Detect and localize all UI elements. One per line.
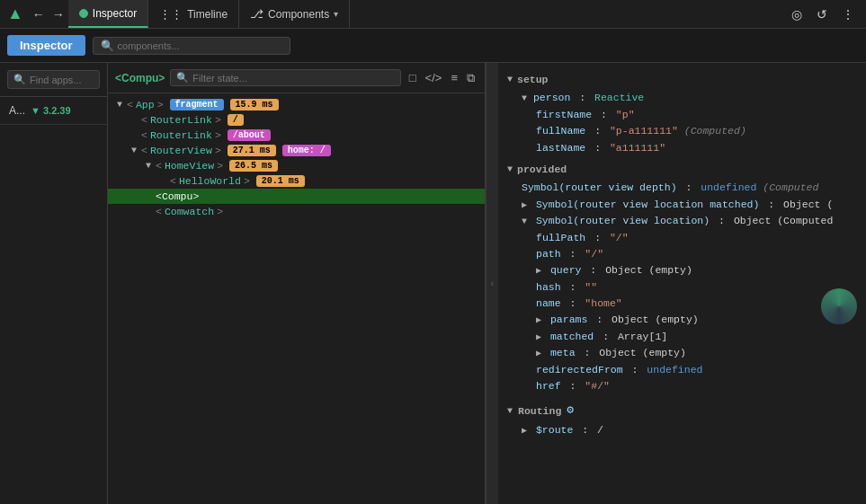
tab-inspector[interactable]: Inspector — [68, 0, 148, 28]
inspector-search-input[interactable] — [118, 40, 244, 51]
component-tree-content: ▼ < App > fragment 15.9 ms < RouterLink … — [108, 93, 485, 504]
routerview-home-badge: home: / — [282, 145, 331, 156]
href-row: href : "#/" — [507, 378, 857, 394]
component-filter[interactable]: 🔍 — [170, 69, 400, 86]
meta-value: Object (empty) — [599, 347, 686, 358]
refresh-icon-button[interactable]: ↺ — [812, 5, 832, 23]
inspector-search[interactable]: 🔍 — [93, 37, 290, 55]
routing-cog-icon: ⚙ — [567, 402, 574, 420]
components-tab-label: Components — [268, 8, 329, 21]
matched-key: matched — [550, 331, 594, 342]
sroute-row: ▶ $route : / — [507, 422, 857, 438]
tree-node-routerlink1[interactable]: < RouterLink > / — [108, 112, 485, 128]
search-icon: 🔍 — [101, 40, 114, 52]
tree-node-compu[interactable]: <Compu> — [108, 189, 485, 204]
app-search-icon: 🔍 — [13, 74, 26, 85]
matched-row: ▶ matched : Array[1] — [507, 329, 857, 345]
tab-components[interactable]: ⎇ Components ▾ — [239, 0, 350, 28]
component-tag-label: <Compu> — [115, 72, 165, 84]
component-tree-header: <Compu> 🔍 □ </> ≡ ⧉ — [108, 63, 485, 93]
tree-node-routerlink2[interactable]: < RouterLink > /about — [108, 128, 485, 143]
hash-key: hash — [536, 281, 561, 293]
symbol-location-key: Symbol(router view location) — [536, 215, 710, 226]
symbol-depth-row: Symbol(router view depth) : undefined (C… — [507, 180, 857, 196]
provided-expand-arrow: ▼ — [507, 163, 513, 177]
timeline-tab-icon: ⋮⋮ — [159, 7, 183, 21]
app-tag: App — [136, 99, 155, 111]
symbol-location-expand[interactable]: ▼ — [522, 217, 527, 226]
comp-header-icons: □ </> ≡ ⧉ — [406, 70, 478, 86]
provided-section-header[interactable]: ▼ provided — [507, 162, 857, 178]
fullname-key: fullName — [536, 125, 585, 137]
symbol-matched-key: Symbol(router view location matched) — [536, 199, 759, 210]
name-key: name — [536, 297, 561, 309]
lastname-key: lastName — [536, 142, 585, 154]
params-row: ▶ params : Object (empty) — [507, 312, 857, 328]
fullpath-row: fullPath : "/" — [507, 230, 857, 246]
app-item-0[interactable]: A... ▼ 3.2.39 — [0, 97, 107, 125]
state-content: ▼ setup ▼ person : Reactive firstName : … — [498, 63, 866, 504]
back-button[interactable]: ← — [29, 5, 49, 23]
compu-tag-text: <Compu> — [156, 190, 199, 202]
app-item-version: ▼ 3.2.39 — [31, 105, 71, 116]
hash-row: hash : "" — [507, 279, 857, 296]
inspector-tooltip-label: Inspector — [7, 35, 85, 56]
app-search[interactable]: 🔍 — [7, 70, 100, 89]
collapse-handle[interactable]: ‹ — [486, 63, 498, 504]
params-value: Object (empty) — [612, 314, 699, 325]
open-icon-button[interactable]: ⧉ — [464, 70, 478, 86]
meta-expand[interactable]: ▶ — [536, 349, 541, 358]
query-row: ▶ query : Object (empty) — [507, 262, 857, 279]
component-tree-panel: <Compu> 🔍 □ </> ≡ ⧉ ▼ < App > fragment 1… — [108, 63, 486, 504]
lastname-row: lastName : "a111111" — [507, 140, 857, 156]
inspector-header: Inspector 🔍 — [0, 29, 866, 63]
firstname-row: firstName : "p" — [507, 107, 857, 123]
tab-timeline[interactable]: ⋮⋮ Timeline — [148, 0, 239, 28]
app-item-name: A... — [9, 104, 25, 117]
routerview-tag: RouterView — [150, 145, 212, 156]
provided-section-label: provided — [517, 162, 567, 178]
toolbar-right: ◎ ↺ ⋮ — [787, 5, 859, 23]
routerlink1-path-badge: / — [228, 114, 244, 126]
firstname-value: "p" — [616, 109, 635, 120]
tree-node-routerview[interactable]: ▼ < RouterView > 27.1 ms home: / — [108, 143, 485, 158]
list-icon-button[interactable]: ≡ — [448, 70, 460, 86]
symbol-depth-computed: (Computed — [763, 181, 818, 193]
tree-node-helloworld[interactable]: < HelloWorld > 20.1 ms — [108, 173, 485, 189]
routerlink2-path-badge: /about — [228, 129, 271, 141]
person-expand-arrow[interactable]: ▼ — [522, 93, 527, 103]
fullpath-value: "/" — [610, 232, 629, 243]
forward-button[interactable]: → — [49, 5, 68, 23]
params-expand[interactable]: ▶ — [536, 315, 541, 325]
query-expand[interactable]: ▶ — [536, 266, 541, 276]
fullname-value: "p-a111111" — [610, 125, 678, 137]
state-panel: ▼ setup ▼ person : Reactive firstName : … — [498, 63, 866, 504]
sroute-key: $route — [536, 424, 573, 436]
tree-node-homeview[interactable]: ▼ < HomeView > 26.5 ms — [108, 158, 485, 173]
components-tab-chevron: ▾ — [334, 9, 338, 19]
fullname-computed: (Computed) — [684, 125, 746, 137]
target-icon-button[interactable]: ◎ — [787, 5, 807, 23]
matched-expand[interactable]: ▶ — [536, 332, 541, 342]
vue-logo: ▲ — [7, 4, 23, 23]
inspector-tab-dot — [79, 9, 88, 18]
sroute-expand[interactable]: ▶ — [522, 426, 527, 436]
component-filter-input[interactable] — [192, 73, 394, 84]
query-value: Object (empty) — [605, 264, 692, 276]
person-key: person — [533, 92, 570, 103]
symbol-matched-expand[interactable]: ▶ — [522, 200, 527, 210]
tree-node-app[interactable]: ▼ < App > fragment 15.9 ms — [108, 97, 485, 112]
query-key: query — [550, 264, 582, 276]
components-tab-icon: ⎇ — [250, 7, 263, 21]
app-search-input[interactable] — [30, 75, 93, 85]
setup-section-label: setup — [517, 72, 549, 88]
more-options-button[interactable]: ⋮ — [837, 5, 859, 23]
setup-section-header[interactable]: ▼ setup — [507, 72, 857, 88]
tree-node-comwatch[interactable]: < Comwatch > — [108, 204, 485, 219]
inspector-tab-label: Inspector — [93, 7, 137, 20]
setup-expand-arrow: ▼ — [507, 73, 513, 87]
app-ms-badge: 15.9 ms — [230, 99, 279, 111]
code-icon-button[interactable]: </> — [423, 70, 445, 86]
routing-section-header[interactable]: ▼ Routing ⚙ — [507, 402, 857, 420]
screenshot-icon-button[interactable]: □ — [406, 70, 419, 86]
